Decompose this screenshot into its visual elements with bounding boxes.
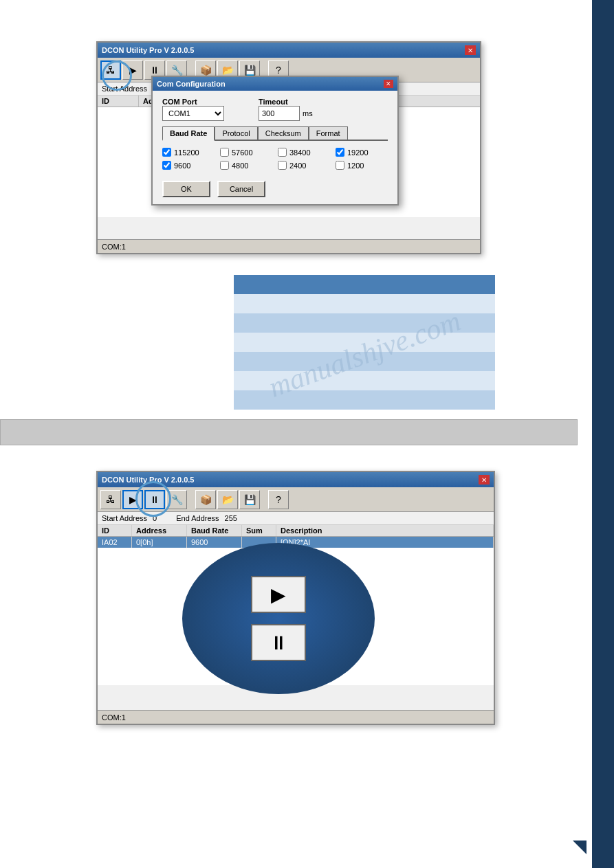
toolbar2-module-btn[interactable]: 📦 xyxy=(195,490,216,509)
right-sidebar xyxy=(592,0,614,868)
dialog-ports-row: COM Port COM1 Timeout ms xyxy=(162,98,388,121)
timeout-section: Timeout ms xyxy=(259,98,313,121)
help2-icon: ? xyxy=(276,494,281,505)
module2-icon: 📦 xyxy=(200,494,212,505)
read-icon: 📂 xyxy=(222,65,234,76)
baud-1200-label: 1200 xyxy=(347,162,364,170)
help-icon: ? xyxy=(276,65,281,76)
com-port-select[interactable]: COM1 xyxy=(162,106,224,121)
window1-status-bar: COM:1 xyxy=(98,239,480,253)
col-id: ID xyxy=(98,96,139,107)
baud-19200-check[interactable] xyxy=(336,148,344,157)
dialog-title: Com Configuration xyxy=(157,80,226,88)
tab-format[interactable]: Format xyxy=(309,126,348,140)
w2-col-baud: Baud Rate xyxy=(187,525,242,536)
w2-col-id: ID xyxy=(98,525,132,536)
tab-baud-rate[interactable]: Baud Rate xyxy=(162,126,215,141)
write-icon: 💾 xyxy=(244,65,256,76)
big-play-icon: ▶ xyxy=(271,583,286,606)
baud-9600[interactable]: 9600 xyxy=(162,161,215,170)
connect-btn-highlight xyxy=(102,60,132,91)
w2-row-address: 0[0h] xyxy=(132,537,187,548)
dialog-close-button[interactable]: ✕ xyxy=(384,80,393,88)
baud-57600[interactable]: 57600 xyxy=(220,148,272,157)
tools2-icon: 🔧 xyxy=(171,494,183,505)
baud-38400-check[interactable] xyxy=(278,148,287,157)
tab-checksum[interactable]: Checksum xyxy=(258,126,309,140)
baud-38400[interactable]: 38400 xyxy=(278,148,330,157)
baud-57600-check[interactable] xyxy=(220,148,229,157)
write2-icon: 💾 xyxy=(244,494,256,505)
baud-rate-grid: 115200 57600 38400 19200 9600 4800 xyxy=(162,148,388,170)
big-play-button[interactable]: ▶ xyxy=(251,576,306,613)
start-address2-label: Start Address xyxy=(102,514,147,522)
com-config-dialog: Com Configuration ✕ COM Port COM1 Timeou… xyxy=(151,76,399,205)
w2-col-desc: Description xyxy=(276,525,494,536)
striped-row-4 xyxy=(234,352,495,371)
baud-1200-check[interactable] xyxy=(336,161,344,170)
big-pause-button[interactable]: ⏸ xyxy=(251,624,306,661)
window1-titlebar: DCON Utility Pro V 2.0.0.5 ✕ xyxy=(98,43,480,58)
baud-38400-label: 38400 xyxy=(289,148,311,157)
window1-status-text: COM:1 xyxy=(102,243,126,251)
end-address2-value: 255 xyxy=(225,514,237,522)
toolbar2-highlight-circle xyxy=(135,481,171,517)
dialog-tabs: Baud Rate Protocol Checksum Format xyxy=(162,126,388,141)
striped-row-1 xyxy=(234,294,495,313)
timeout-input[interactable] xyxy=(259,106,300,121)
w2-col-address: Address xyxy=(132,525,187,536)
baud-115200[interactable]: 115200 xyxy=(162,148,215,157)
window2-close-button[interactable]: ✕ xyxy=(479,475,490,485)
baud-57600-label: 57600 xyxy=(232,148,253,157)
tab-protocol[interactable]: Protocol xyxy=(215,126,257,140)
window1-title: DCON Utility Pro V 2.0.0.5 xyxy=(102,46,194,54)
baud-19200[interactable]: 19200 xyxy=(336,148,388,157)
w2-row-desc: [ON]2*AI xyxy=(276,537,494,548)
striped-row-3 xyxy=(234,333,495,352)
baud-2400-label: 2400 xyxy=(289,162,306,170)
toolbar2-write-btn[interactable]: 💾 xyxy=(239,490,260,509)
baud-4800[interactable]: 4800 xyxy=(220,161,272,170)
striped-row-2 xyxy=(234,313,495,333)
baud-9600-label: 9600 xyxy=(174,162,190,170)
baud-4800-label: 4800 xyxy=(232,162,248,170)
striped-header-row xyxy=(234,275,495,294)
window2-table-header: ID Address Baud Rate Sum Description xyxy=(98,525,494,537)
end-address2-label: End Address xyxy=(176,514,219,522)
timeout-label: Timeout xyxy=(259,98,313,106)
tools-icon: 🔧 xyxy=(171,65,183,76)
baud-115200-label: 115200 xyxy=(174,148,199,157)
window1-close-button[interactable]: ✕ xyxy=(465,45,476,55)
baud-2400[interactable]: 2400 xyxy=(278,161,330,170)
dialog-buttons: OK Cancel xyxy=(162,178,388,197)
baud-115200-check[interactable] xyxy=(162,148,171,157)
middle-table-section xyxy=(234,275,495,410)
toolbar2-read-btn[interactable]: 📂 xyxy=(217,490,238,509)
big-button-oval: ▶ ⏸ xyxy=(182,543,375,694)
ok-button[interactable]: OK xyxy=(162,181,210,197)
toolbar2-connect-btn[interactable]: 🖧 xyxy=(100,490,121,509)
baud-1200[interactable]: 1200 xyxy=(336,161,388,170)
baud-4800-check[interactable] xyxy=(220,161,229,170)
toolbar2-help-btn[interactable]: ? xyxy=(268,490,289,509)
baud-19200-label: 19200 xyxy=(347,148,369,157)
dialog-titlebar: Com Configuration ✕ xyxy=(153,77,397,91)
com-port-section: COM Port COM1 xyxy=(162,98,224,121)
dialog-content: COM Port COM1 Timeout ms Baud Rate Proto… xyxy=(153,91,397,204)
module-icon: 📦 xyxy=(200,65,212,76)
striped-row-6 xyxy=(234,390,495,410)
connect2-icon: 🖧 xyxy=(106,494,116,505)
timeout-unit: ms xyxy=(303,109,313,118)
middle-striped-table xyxy=(234,275,495,410)
baud-2400-check[interactable] xyxy=(278,161,287,170)
w2-row-id: IA02 xyxy=(98,537,132,548)
window2-status-bar: COM:1 xyxy=(98,710,494,724)
baud-9600-check[interactable] xyxy=(162,161,171,170)
pause-icon: ⏸ xyxy=(150,65,160,76)
striped-row-5 xyxy=(234,371,495,390)
gray-bar xyxy=(0,419,578,445)
big-pause-icon: ⏸ xyxy=(269,632,288,654)
w2-row-baud: 9600 xyxy=(187,537,242,548)
cancel-button[interactable]: Cancel xyxy=(217,181,265,197)
corner-arrow-decoration xyxy=(573,841,586,854)
